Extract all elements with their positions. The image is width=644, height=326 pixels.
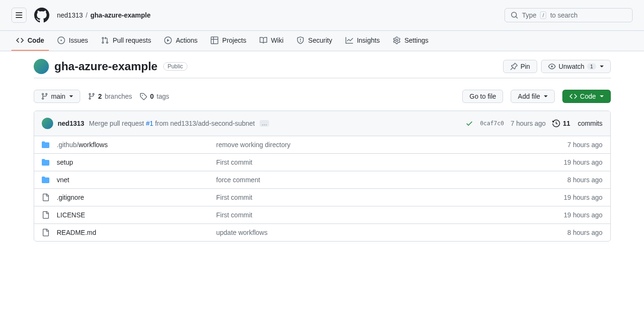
tab-wiki[interactable]: Wiki: [255, 31, 288, 51]
file-row: LICENSE First commit 19 hours ago: [34, 206, 610, 224]
file-time: 8 hours ago: [568, 176, 603, 184]
github-logo-icon[interactable]: [34, 8, 49, 23]
file-commit-message[interactable]: remove working directory: [216, 141, 560, 149]
eye-icon: [548, 63, 556, 70]
chevron-down-icon: [600, 65, 604, 67]
repo-title: gha-azure-example: [55, 60, 158, 73]
chevron-down-icon: [544, 95, 548, 97]
tab-issues[interactable]: Issues: [53, 31, 93, 51]
pr-icon: [101, 37, 109, 44]
file-row: vnet force comment 8 hours ago: [34, 171, 610, 189]
watch-button[interactable]: Unwatch1: [541, 60, 611, 73]
file-listing: ned1313 Merge pull request #1 from ned13…: [34, 111, 611, 242]
file-time: 7 hours ago: [568, 141, 603, 149]
go-to-file-button[interactable]: Go to file: [462, 90, 503, 103]
tab-code[interactable]: Code: [11, 31, 49, 51]
book-icon: [260, 37, 267, 44]
search-kbd: /: [540, 11, 546, 19]
file-name-link[interactable]: .gitignore: [57, 194, 209, 201]
folder-icon: [42, 158, 49, 166]
file-icon: [42, 194, 49, 201]
branches-link[interactable]: 2branches: [88, 93, 132, 100]
file-time: 19 hours ago: [564, 158, 603, 166]
chevron-down-icon: [69, 95, 73, 97]
code-icon: [569, 93, 577, 100]
file-name-link[interactable]: setup: [57, 158, 209, 166]
branch-select-button[interactable]: main: [34, 90, 80, 103]
commits-link[interactable]: 11 commits: [552, 120, 603, 127]
breadcrumb-separator: /: [86, 11, 88, 19]
repo-nav-tabs: Code Issues Pull requests Actions Projec…: [0, 31, 644, 51]
file-commit-message[interactable]: force comment: [216, 176, 560, 184]
file-commit-message[interactable]: update workflows: [216, 229, 560, 236]
tag-icon: [140, 93, 147, 100]
repo-link[interactable]: gha-azure-example: [90, 11, 150, 19]
commit-author[interactable]: ned1313: [58, 120, 84, 127]
file-time: 8 hours ago: [568, 229, 603, 236]
file-row: README.md update workflows 8 hours ago: [34, 224, 610, 241]
file-commit-message[interactable]: First commit: [216, 158, 556, 166]
file-row: .gitignore First commit 19 hours ago: [34, 189, 610, 206]
search-icon: [511, 11, 518, 19]
search-input[interactable]: Type / to search: [504, 8, 633, 22]
file-icon: [42, 229, 49, 236]
play-icon: [164, 37, 172, 44]
add-file-button[interactable]: Add file: [511, 90, 555, 103]
tab-projects[interactable]: Projects: [206, 31, 251, 51]
branch-icon: [41, 93, 48, 100]
file-time: 19 hours ago: [564, 211, 603, 219]
commit-more-button[interactable]: …: [260, 120, 269, 127]
code-button[interactable]: Code: [562, 90, 610, 103]
latest-commit-bar: ned1313 Merge pull request #1 from ned13…: [34, 111, 610, 136]
hamburger-menu[interactable]: [11, 8, 27, 23]
file-nav: main 2branches 0tags Go to file Add file…: [34, 90, 611, 103]
commit-time: 7 hours ago: [511, 120, 546, 127]
gear-icon: [393, 37, 401, 44]
file-row: setup First commit 19 hours ago: [34, 154, 610, 171]
branch-icon: [88, 93, 95, 100]
pin-button[interactable]: Pin: [503, 60, 537, 73]
pin-icon: [510, 63, 518, 70]
file-name-link[interactable]: vnet: [57, 176, 209, 184]
file-icon: [42, 211, 49, 219]
search-placeholder-post: to search: [550, 11, 578, 19]
file-name-link[interactable]: README.md: [57, 229, 209, 236]
file-name-link[interactable]: LICENSE: [57, 211, 209, 219]
pr-link[interactable]: #1: [146, 120, 153, 127]
tab-insights[interactable]: Insights: [341, 31, 384, 51]
tab-pull-requests[interactable]: Pull requests: [96, 31, 156, 51]
table-icon: [211, 37, 218, 44]
file-commit-message[interactable]: First commit: [216, 211, 556, 219]
breadcrumb: ned1313 / gha-azure-example: [57, 11, 150, 19]
commit-message[interactable]: Merge pull request #1 from ned1313/add-s…: [89, 120, 255, 127]
top-header: ned1313 / gha-azure-example Type / to se…: [0, 0, 644, 31]
visibility-badge: Public: [163, 62, 187, 71]
graph-icon: [345, 37, 353, 44]
tab-security[interactable]: Security: [292, 31, 337, 51]
issue-icon: [57, 37, 65, 44]
watch-count: 1: [587, 63, 596, 70]
tab-settings[interactable]: Settings: [388, 31, 433, 51]
chevron-down-icon: [600, 95, 604, 97]
tags-link[interactable]: 0tags: [140, 93, 169, 100]
file-row: .github/workflows remove working directo…: [34, 136, 610, 154]
check-icon[interactable]: [466, 120, 473, 127]
file-commit-message[interactable]: First commit: [216, 194, 556, 201]
file-time: 19 hours ago: [564, 194, 603, 201]
tab-actions[interactable]: Actions: [159, 31, 202, 51]
search-placeholder-pre: Type: [522, 11, 536, 19]
commit-author-avatar[interactable]: [42, 118, 53, 129]
shield-icon: [297, 37, 304, 44]
commit-hash[interactable]: 0caf7c0: [480, 120, 504, 127]
avatar[interactable]: [34, 59, 49, 74]
file-name-link[interactable]: .github/workflows: [57, 141, 209, 149]
folder-icon: [42, 176, 49, 184]
repo-header: gha-azure-example Public Pin Unwatch1: [34, 51, 611, 78]
code-icon: [16, 37, 24, 44]
menu-icon: [15, 11, 23, 19]
history-icon: [552, 120, 560, 127]
owner-link[interactable]: ned1313: [57, 11, 83, 19]
folder-icon: [42, 141, 49, 149]
